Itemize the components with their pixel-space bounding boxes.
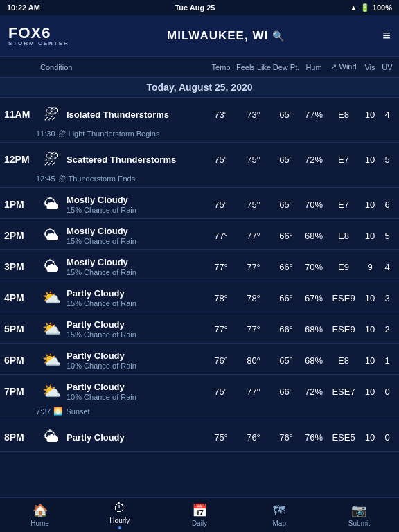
condition-name: Mostly Cloudy — [66, 226, 206, 236]
table-row[interactable]: 4PM ⛅ Partly Cloudy 15% Chance of Rain 7… — [0, 281, 399, 312]
map-nav-icon: 🗺 — [273, 504, 285, 518]
weather-icon: 🌥 — [40, 256, 62, 278]
hum-value: 68% — [301, 324, 327, 335]
home-nav-icon: 🏠 — [33, 503, 48, 518]
col-feels-header: Feels Like — [236, 63, 272, 71]
table-row[interactable]: 3PM 🌥 Mostly Cloudy 15% Chance of Rain 7… — [0, 250, 399, 281]
dew-value: 66° — [272, 293, 301, 303]
vis-value: 10 — [360, 200, 380, 210]
condition-name: Scattered Thunderstorms — [66, 154, 206, 165]
col-condition-header: Condition — [40, 63, 206, 71]
table-row[interactable]: 1PM 🌥 Mostly Cloudy 15% Chance of Rain 7… — [0, 188, 399, 218]
dew-value: 66° — [272, 262, 301, 272]
nav-item-submit[interactable]: 📷 Submit — [319, 498, 399, 532]
location-text: MILWAUKEE, WI — [167, 29, 268, 43]
uv-value: 2 — [380, 324, 395, 335]
col-dew-header: Dew Pt. — [272, 63, 301, 71]
table-row[interactable]: 11AM ⛈ Isolated Thunderstorms 73° 73° 65… — [0, 98, 399, 128]
submit-nav-icon: 📷 — [351, 503, 366, 518]
weather-icon: ⛅ — [40, 287, 62, 309]
condition-block: Partly Cloudy 10% Chance of Rain — [66, 351, 206, 370]
home-nav-label: Home — [30, 520, 49, 527]
search-icon[interactable]: 🔍 — [272, 30, 285, 42]
status-time: 10:22 AM — [7, 3, 40, 12]
sub-event-time: 11:30 — [36, 130, 55, 138]
feels-value: 75° — [236, 200, 272, 210]
hum-value: 72% — [301, 387, 327, 397]
daily-nav-icon: 📅 — [192, 503, 207, 518]
dew-value: 65° — [272, 200, 301, 210]
header-location[interactable]: MILWAUKEE, WI 🔍 — [167, 29, 285, 43]
vis-value: 10 — [360, 324, 380, 335]
logo-stormcenter: STORM CENTER — [8, 41, 69, 46]
hour-time: 1PM — [4, 199, 40, 210]
uv-value: 4 — [380, 109, 395, 120]
feels-value: 78° — [236, 293, 272, 303]
nav-item-hourly[interactable]: ⏱ Hourly — [80, 498, 159, 532]
sub-event-icon: ⛈ — [58, 175, 66, 183]
hour-group: 8PM 🌥 Partly Cloudy 75° 76° 76° 76% ESE5… — [0, 420, 399, 452]
table-row[interactable]: 12PM ⛈ Scattered Thunderstorms 75° 75° 6… — [0, 143, 399, 173]
temp-value: 75° — [206, 432, 236, 443]
condition-sub: 15% Chance of Rain — [66, 268, 206, 276]
feels-value: 77° — [236, 231, 272, 241]
col-vis-header: Vis — [360, 63, 380, 71]
hum-value: 67% — [301, 293, 327, 303]
condition-block: Partly Cloudy 10% Chance of Rain — [66, 382, 206, 401]
hum-value: 70% — [301, 262, 327, 272]
date-header: Today, August 25, 2020 — [0, 78, 399, 98]
feels-value: 77° — [236, 324, 272, 335]
map-nav-label: Map — [272, 520, 285, 527]
feels-value: 77° — [236, 387, 272, 397]
uv-value: 0 — [380, 432, 395, 443]
hour-group: 6PM ⛅ Partly Cloudy 10% Chance of Rain 7… — [0, 344, 399, 375]
hour-time: 6PM — [4, 355, 40, 366]
status-bar: 10:22 AM Tue Aug 25 ▲ 🔋 100% — [0, 0, 399, 15]
sub-event-text: Sunset — [66, 407, 89, 416]
vis-value: 10 — [360, 154, 380, 165]
weather-icon: 🌥 — [40, 224, 62, 247]
sub-event-icon: ⛈ — [58, 130, 66, 138]
dew-value: 65° — [272, 109, 301, 120]
wind-value: E8 — [327, 109, 360, 120]
nav-item-map[interactable]: 🗺 Map — [240, 498, 319, 532]
wind-value: E7 — [327, 200, 360, 210]
table-row[interactable]: 7PM ⛅ Partly Cloudy 10% Chance of Rain 7… — [0, 375, 399, 405]
temp-value: 78° — [206, 293, 236, 303]
wifi-icon: ▲ — [350, 3, 357, 12]
condition-block: Partly Cloudy 15% Chance of Rain — [66, 288, 206, 308]
hum-value: 76% — [301, 432, 327, 443]
condition-block: Scattered Thunderstorms — [66, 154, 206, 165]
condition-sub: 15% Chance of Rain — [66, 330, 206, 339]
status-right: ▲ 🔋 100% — [350, 3, 392, 12]
nav-item-daily[interactable]: 📅 Daily — [159, 498, 239, 532]
menu-button[interactable]: ≡ — [382, 28, 391, 44]
feels-value: 76° — [236, 432, 272, 443]
table-row[interactable]: 6PM ⛅ Partly Cloudy 10% Chance of Rain 7… — [0, 344, 399, 374]
temp-value: 75° — [206, 200, 236, 210]
vis-value: 10 — [360, 387, 380, 397]
wind-value: E8 — [327, 231, 360, 241]
table-row[interactable]: 2PM 🌥 Mostly Cloudy 15% Chance of Rain 7… — [0, 219, 399, 249]
condition-sub: 10% Chance of Rain — [66, 362, 206, 370]
feels-value: 75° — [236, 154, 272, 165]
uv-value: 1 — [380, 355, 395, 366]
submit-nav-label: Submit — [348, 520, 370, 527]
condition-sub: 15% Chance of Rain — [66, 299, 206, 308]
wind-value: ESE7 — [327, 387, 360, 397]
daily-nav-label: Daily — [192, 520, 207, 527]
condition-block: Partly Cloudy — [66, 432, 206, 443]
condition-name: Isolated Thunderstorms — [66, 109, 206, 120]
active-dot — [118, 526, 121, 529]
dew-value: 66° — [272, 324, 301, 335]
col-temp-header: Temp — [206, 63, 236, 71]
sub-event-row: 12:45 ⛈ Thunderstorm Ends — [0, 173, 399, 187]
wind-value: E8 — [327, 355, 360, 366]
vis-value: 10 — [360, 293, 380, 303]
weather-icon: ⛅ — [40, 380, 62, 402]
sub-event-text: Light Thunderstorm Begins — [69, 130, 160, 138]
nav-item-home[interactable]: 🏠 Home — [0, 498, 80, 532]
table-row[interactable]: 5PM ⛅ Partly Cloudy 15% Chance of Rain 7… — [0, 312, 399, 343]
table-row[interactable]: 8PM 🌥 Partly Cloudy 75° 76° 76° 76% ESE5… — [0, 420, 399, 451]
battery-icon: 🔋 — [360, 3, 370, 12]
